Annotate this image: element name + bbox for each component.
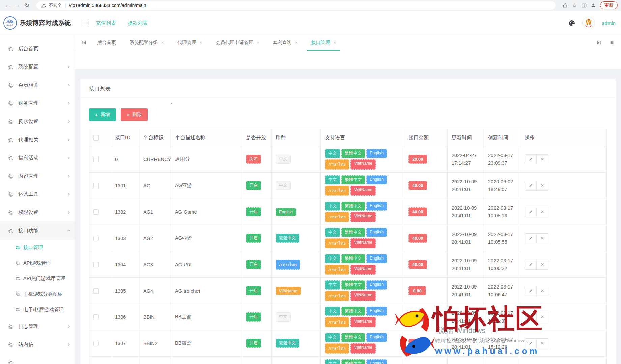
share-icon[interactable]	[560, 1, 570, 9]
add-button[interactable]: + 新增	[89, 108, 116, 121]
sidebar-item[interactable]: 会员相关›	[0, 76, 75, 94]
delete-row-button[interactable]: ✕	[536, 312, 548, 322]
language-badge: ภาษาไทย	[325, 159, 349, 170]
edit-row-button[interactable]	[525, 233, 537, 243]
language-badges: 中文繁體中文EnglishภาษาไทยViệtName	[325, 202, 400, 222]
tab-menu-icon[interactable]: ≡	[605, 35, 618, 51]
delete-row-button[interactable]: ✕	[536, 286, 548, 296]
edit-row-button[interactable]	[525, 338, 537, 348]
refresh-icon[interactable]: ↻	[22, 1, 32, 9]
row-checkbox[interactable]	[93, 314, 99, 320]
row-checkbox[interactable]	[93, 288, 99, 294]
sidebar-item[interactable]: 系统配置›	[0, 58, 75, 76]
back-icon[interactable]: ←	[3, 1, 13, 9]
select-all-checkbox[interactable]	[93, 135, 99, 141]
tab-scroll-left-icon[interactable]	[78, 35, 90, 51]
tab-close-icon[interactable]: ×	[161, 40, 164, 45]
date-line: 2022-10-09	[452, 309, 480, 317]
forward-icon[interactable]: →	[13, 1, 22, 9]
table-row[interactable]: 1305AG4AG trò chơi开启ViệtName中文繁體中文Englis…	[89, 278, 607, 304]
address-bar[interactable]: 不安全 | vip1admin.5868333.com/admin/main	[36, 1, 556, 10]
username-label[interactable]: admin	[602, 20, 616, 26]
tab-item[interactable]: 会员代理申请管理×	[209, 35, 266, 51]
browser-update-button[interactable]: 更新	[600, 1, 618, 9]
sidebar-subitem[interactable]: API热门游戏厅管理	[0, 271, 75, 286]
tab-active[interactable]: 接口管理×	[304, 35, 343, 51]
table-row[interactable]: 1303AG2AG亞遊开启繁體中文中文繁體中文EnglishภาษาไทยViệ…	[89, 225, 607, 251]
table-row[interactable]: 1304AG3AG เกม开启ภาษาไทย中文繁體中文Englishภาษาไ…	[89, 251, 607, 278]
edit-row-button[interactable]	[525, 286, 537, 296]
stray-dot	[171, 103, 172, 104]
row-checkbox[interactable]	[93, 209, 99, 215]
sidebar-subitem[interactable]: 手机游戏分类图标	[0, 286, 75, 302]
sidebar-item[interactable]: 反水设置›	[0, 112, 75, 130]
table-row[interactable]: 1301AGAG亚游开启中文中文繁體中文EnglishภาษาไทยViệtNa…	[89, 173, 607, 199]
delete-row-button[interactable]: ✕	[536, 154, 548, 164]
header-checkbox-cell	[89, 129, 111, 146]
table-row[interactable]: 0CURRENCY通用分关闭中文中文繁體中文EnglishภาษาไทยViệt…	[89, 146, 607, 173]
avatar[interactable]: W	[582, 17, 595, 29]
sidebar-item[interactable]: 内容管理›	[0, 167, 75, 185]
tab-scroll-right-icon[interactable]	[593, 35, 605, 51]
tab-item[interactable]: 套利查询×	[266, 35, 305, 51]
edit-row-button[interactable]	[525, 181, 537, 191]
sidebar-item[interactable]: 后台首页	[0, 39, 75, 58]
tab-item[interactable]: 系统配置分组×	[123, 35, 171, 51]
bookmark-star-icon[interactable]: ☆	[570, 1, 579, 9]
language-badge: ViệtName	[350, 159, 376, 170]
nav-withdraw-list[interactable]: 提款列表	[128, 20, 148, 26]
tab-close-icon[interactable]: ×	[333, 40, 336, 45]
language-badge: 中文	[325, 280, 340, 290]
collapse-menu-icon[interactable]	[81, 19, 88, 27]
tab-item[interactable]: 后台首页	[90, 35, 123, 51]
sidebar-item[interactable]: 站内信›	[0, 335, 75, 354]
edit-row-button[interactable]	[525, 207, 537, 217]
row-checkbox[interactable]	[93, 236, 99, 241]
sidebar-subitem-label: API游戏管理	[23, 260, 51, 266]
sidebar-menu: 后台首页系统配置›会员相关›财务管理›反水设置›代理相关›福利活动›内容管理›运…	[0, 35, 75, 364]
sidebar-subitem-label: 接口管理	[23, 244, 43, 251]
cell-updated-time: 2022-10-0920:41:01	[448, 173, 484, 199]
row-checkbox[interactable]	[93, 262, 99, 267]
tab-close-icon[interactable]: ×	[295, 40, 298, 45]
sidebar-item[interactable]: 接口功能›	[0, 221, 75, 240]
sidebar-item[interactable]: 代理相关›	[0, 130, 75, 149]
delete-row-button[interactable]: ✕	[536, 207, 548, 217]
edit-row-button[interactable]	[525, 312, 537, 322]
sidebar-item[interactable]: 日志管理›	[0, 317, 75, 335]
date-line: 20:41:01	[452, 265, 480, 272]
sidebar-item[interactable]: 权限设置›	[0, 203, 75, 221]
tab-close-icon[interactable]: ×	[200, 40, 202, 45]
tab-close-icon[interactable]: ×	[257, 40, 259, 45]
cell-currency: 繁體中文	[272, 330, 321, 357]
edit-row-button[interactable]	[525, 260, 537, 270]
nav-recharge-list[interactable]: 充值列表	[96, 20, 116, 26]
row-checkbox[interactable]	[93, 157, 99, 162]
language-line: 中文繁體中文English	[325, 359, 400, 364]
sidebar-item[interactable]: 福利活动›	[0, 149, 75, 167]
menu-ring-icon	[8, 100, 14, 106]
delete-button[interactable]: × 删除	[121, 108, 148, 121]
delete-row-button[interactable]: ✕	[536, 338, 548, 348]
delete-row-button[interactable]: ✕	[536, 260, 548, 270]
sidebar-item[interactable]: 财务管理›	[0, 94, 75, 112]
side-panel-icon[interactable]	[579, 1, 589, 9]
table-row[interactable]: 1302AG1AG Game开启English中文繁體中文Englishภาษา…	[89, 199, 607, 225]
table-row[interactable]: 1307BBIN2BB寶盈开启繁體中文中文繁體中文EnglishภาษาไทยV…	[89, 330, 607, 357]
table-row[interactable]: 1308BBIN1BB Game开启English中文繁體中文Englishภา…	[89, 357, 607, 364]
table-row[interactable]: 1306BBINBB宝盈开启中文中文繁體中文EnglishภาษาไทยViệt…	[89, 304, 607, 330]
tab-item[interactable]: 代理管理×	[171, 35, 209, 51]
delete-row-button[interactable]: ✕	[536, 233, 548, 243]
sidebar-subitem[interactable]: 接口管理	[0, 240, 75, 255]
row-checkbox[interactable]	[93, 341, 99, 346]
sidebar-subitem[interactable]: 电子/棋牌游戏管理	[0, 302, 75, 317]
row-checkbox[interactable]	[93, 183, 99, 188]
sidebar-item[interactable]	[0, 354, 75, 364]
sidebar-subitem[interactable]: API游戏管理	[0, 255, 75, 271]
profile-icon[interactable]	[589, 1, 598, 9]
edit-row-button[interactable]	[525, 154, 537, 164]
theme-palette-icon[interactable]	[568, 20, 575, 27]
delete-row-button[interactable]: ✕	[536, 181, 548, 191]
chevron-right-icon: ›	[68, 100, 70, 106]
sidebar-item[interactable]: 运营工具›	[0, 185, 75, 203]
